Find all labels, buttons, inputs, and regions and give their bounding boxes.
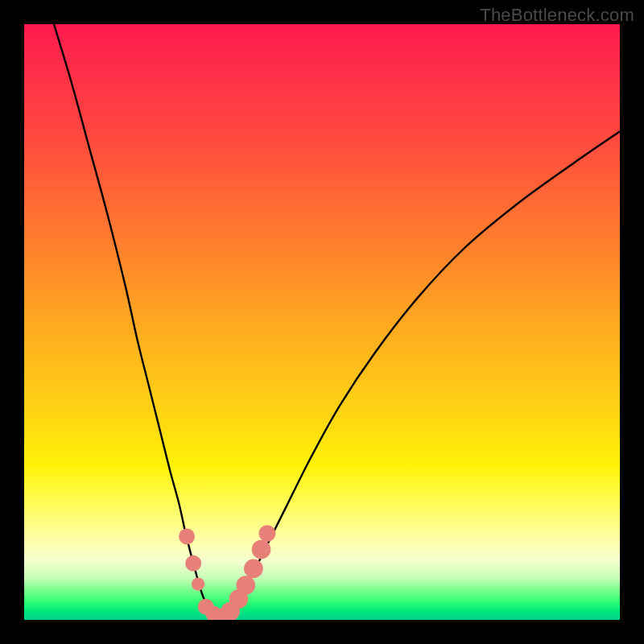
data-marker — [179, 528, 195, 544]
data-marker — [236, 576, 255, 595]
data-marker — [252, 540, 271, 559]
data-marker — [259, 525, 276, 542]
curve-layer — [24, 24, 620, 620]
data-marker — [244, 559, 263, 579]
curve-left-branch — [54, 24, 221, 617]
chart-frame: TheBottleneck.com — [0, 0, 644, 644]
data-marker — [185, 555, 201, 572]
curve-right-branch — [221, 131, 620, 617]
plot-area — [24, 24, 620, 620]
data-marker — [192, 577, 204, 590]
attribution-watermark: TheBottleneck.com — [480, 5, 634, 26]
data-markers — [179, 525, 275, 620]
